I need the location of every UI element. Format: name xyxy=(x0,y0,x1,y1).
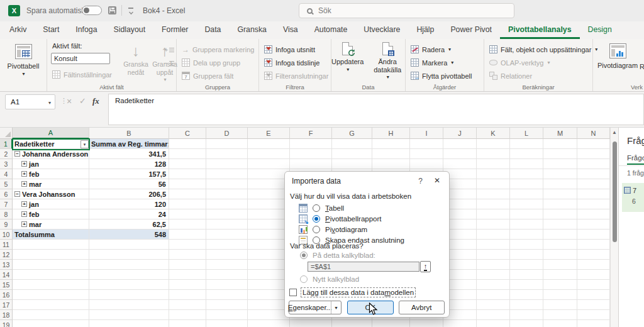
cell-L13[interactable] xyxy=(510,260,543,270)
expand-icon[interactable]: + xyxy=(21,211,27,217)
cell-I3[interactable] xyxy=(410,159,443,169)
cell-N4[interactable] xyxy=(577,169,610,179)
cell-A16[interactable] xyxy=(13,290,89,300)
cell-F1[interactable] xyxy=(290,139,332,149)
cell-K12[interactable] xyxy=(477,250,510,260)
cell-K2[interactable] xyxy=(477,149,510,159)
cell-D6[interactable] xyxy=(206,189,248,199)
cell-D19[interactable] xyxy=(206,320,248,327)
column-header-D[interactable]: D xyxy=(206,128,248,139)
cell-C2[interactable] xyxy=(169,149,206,159)
row-header-4[interactable]: 4 xyxy=(0,169,13,179)
row-header-17[interactable]: 17 xyxy=(0,300,13,310)
cell-B16[interactable] xyxy=(89,290,169,300)
tab-granska[interactable]: Granska xyxy=(229,21,274,39)
pivottable-button[interactable]: Pivottabell ▾ xyxy=(0,39,47,78)
row-header-2[interactable]: 2 xyxy=(0,149,13,159)
fields-items-sets-button[interactable]: Fält, objekt och uppsättningar▾ xyxy=(484,43,592,56)
cell-A6[interactable]: −Vera Johansson xyxy=(13,189,89,199)
row-header-6[interactable]: 6 xyxy=(0,189,13,199)
cell-C10[interactable] xyxy=(169,230,206,240)
cell-E6[interactable] xyxy=(248,189,290,199)
pivotchart-button[interactable]: Pivotdiagram xyxy=(596,40,640,70)
cell-H19[interactable] xyxy=(372,320,410,327)
cell-I19[interactable] xyxy=(410,320,443,327)
row-header-15[interactable]: 15 xyxy=(0,280,13,290)
collapse-icon[interactable]: − xyxy=(14,151,20,157)
column-header-K[interactable]: K xyxy=(477,128,510,139)
row-header-14[interactable]: 14 xyxy=(0,270,13,280)
cell-N11[interactable] xyxy=(577,240,610,250)
cell-C3[interactable] xyxy=(169,159,206,169)
row-header-13[interactable]: 13 xyxy=(0,260,13,270)
cell-B3[interactable]: 128 xyxy=(89,159,169,169)
cell-B11[interactable] xyxy=(89,240,169,250)
row-header-5[interactable]: 5 xyxy=(0,179,13,189)
cell-N6[interactable] xyxy=(577,189,610,199)
radio-pivotdiagram[interactable]: Pivotdiagram xyxy=(299,224,404,235)
tab-infoga[interactable]: Infoga xyxy=(67,21,105,39)
cell-E18[interactable] xyxy=(248,310,290,320)
cell-A18[interactable] xyxy=(13,310,89,320)
column-header-N[interactable]: N xyxy=(577,128,610,139)
cell-D2[interactable] xyxy=(206,149,248,159)
cell-L14[interactable] xyxy=(510,270,543,280)
clear-button[interactable]: Radera▾ xyxy=(406,43,484,56)
cell-D16[interactable] xyxy=(206,290,248,300)
cell-M5[interactable] xyxy=(543,179,577,189)
cell-A19[interactable] xyxy=(13,320,89,327)
cell-N2[interactable] xyxy=(577,149,610,159)
column-header-G[interactable]: G xyxy=(332,128,372,139)
properties-button[interactable]: Egenskaper... ▼ xyxy=(289,301,341,314)
cell-B6[interactable]: 206,5 xyxy=(89,189,169,199)
cell-L2[interactable] xyxy=(510,149,543,159)
column-header-A[interactable]: A xyxy=(13,128,89,139)
cell-K15[interactable] xyxy=(477,280,510,290)
expand-icon[interactable]: + xyxy=(21,171,27,177)
insert-timeline-button[interactable]: Infoga tidslinje xyxy=(259,56,331,69)
select-button[interactable]: Markera▾ xyxy=(406,56,484,69)
row-header-7[interactable]: 7 xyxy=(0,199,13,209)
expand-icon[interactable]: + xyxy=(21,181,27,187)
cell-B5[interactable]: 56 xyxy=(89,179,169,189)
cell-C18[interactable] xyxy=(169,310,206,320)
cell-E4[interactable] xyxy=(248,169,290,179)
tab-utvecklare[interactable]: Utvecklare xyxy=(355,21,408,39)
cell-E14[interactable] xyxy=(248,270,290,280)
cell-D4[interactable] xyxy=(206,169,248,179)
cell-D10[interactable] xyxy=(206,230,248,240)
cell-E1[interactable] xyxy=(248,139,290,149)
tab-hjälp[interactable]: Hjälp xyxy=(408,21,442,39)
row-header-3[interactable]: 3 xyxy=(0,159,13,169)
insert-slicer-button[interactable]: Infoga utsnitt xyxy=(259,43,331,56)
cell-L9[interactable] xyxy=(510,219,543,230)
cell-C17[interactable] xyxy=(169,300,206,310)
cell-N15[interactable] xyxy=(577,280,610,290)
cell-N14[interactable] xyxy=(577,270,610,280)
cell-A13[interactable] xyxy=(13,260,89,270)
scrollbar-thumb[interactable] xyxy=(613,141,617,242)
column-header-I[interactable]: I xyxy=(410,128,443,139)
cell-E13[interactable] xyxy=(248,260,290,270)
cell-L8[interactable] xyxy=(510,209,543,219)
cell-M2[interactable] xyxy=(543,149,577,159)
tab-design[interactable]: Design xyxy=(580,21,620,39)
cell-C9[interactable] xyxy=(169,219,206,230)
cell-A15[interactable] xyxy=(13,280,89,290)
column-header-E[interactable]: E xyxy=(248,128,290,139)
cell-B1[interactable]: Summa av Reg. timmar: xyxy=(89,139,169,149)
cell-E15[interactable] xyxy=(248,280,290,290)
cell-B10[interactable]: 548 xyxy=(89,230,169,240)
cell-K8[interactable] xyxy=(477,209,510,219)
column-header-H[interactable]: H xyxy=(372,128,410,139)
cell-L17[interactable] xyxy=(510,300,543,310)
expand-icon[interactable]: + xyxy=(21,221,27,227)
cell-K19[interactable] xyxy=(477,320,510,327)
cell-N8[interactable] xyxy=(577,209,610,219)
cell-D14[interactable] xyxy=(206,270,248,280)
row-header-12[interactable]: 12 xyxy=(0,250,13,260)
cell-H2[interactable] xyxy=(372,149,410,159)
move-pivottable-button[interactable]: → Flytta pivottabell xyxy=(406,69,484,82)
cell-I1[interactable] xyxy=(410,139,443,149)
cell-D8[interactable] xyxy=(206,209,248,219)
